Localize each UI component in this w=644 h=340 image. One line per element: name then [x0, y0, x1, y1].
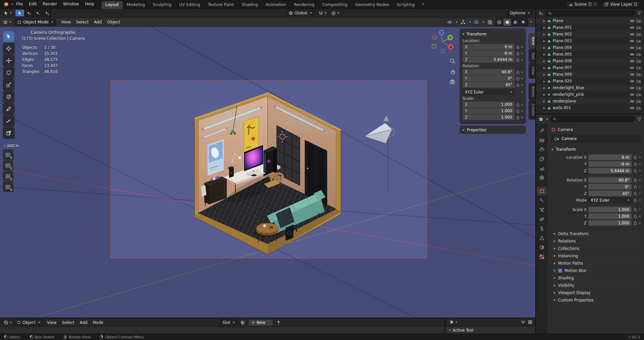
- lock-icon[interactable]: [633, 185, 637, 189]
- animate-dot-icon[interactable]: [639, 222, 641, 224]
- hide-viewport-eye-icon[interactable]: [630, 53, 635, 56]
- expand-icon[interactable]: ▶: [543, 40, 545, 43]
- select-mode-set[interactable]: [15, 10, 24, 16]
- snapping-magnet-icon[interactable]: ▼: [318, 10, 327, 16]
- workspace-tab[interactable]: Animation: [262, 1, 290, 9]
- properties-collapsed-panel[interactable]: ▶Properties: [460, 126, 526, 134]
- collapsed-panel[interactable]: ▶ Instancing: [551, 252, 641, 259]
- workspace-tab[interactable]: Sculpting: [149, 1, 175, 9]
- value-field[interactable]: 6 m▼: [588, 154, 632, 160]
- location-field-row[interactable]: Y-6 m: [463, 50, 523, 56]
- modifier-properties-tab[interactable]: [537, 196, 546, 205]
- lock-icon[interactable]: [516, 115, 520, 120]
- editor-options-icon[interactable]: [528, 320, 532, 324]
- workspace-tab[interactable]: Geometry Nodes: [351, 1, 393, 9]
- hide-viewport-eye-icon[interactable]: [630, 99, 635, 103]
- zoom-icon[interactable]: [449, 58, 455, 64]
- disable-render-camera-icon[interactable]: [636, 59, 641, 63]
- tool-cursor[interactable]: [3, 43, 14, 54]
- animate-dot-icon[interactable]: [521, 104, 523, 106]
- hide-viewport-eye-icon[interactable]: [630, 73, 635, 76]
- jarch-tool-button[interactable]: A: [3, 182, 13, 192]
- rotation-mode-dropdown[interactable]: XYZ Euler▼: [463, 89, 515, 95]
- animate-dot-icon[interactable]: [521, 110, 523, 112]
- pan-hand-icon[interactable]: [449, 69, 455, 75]
- shader-menu[interactable]: View: [44, 318, 59, 327]
- outliner-item[interactable]: ▶ Plane.004: [536, 44, 644, 51]
- animate-dot-icon[interactable]: [639, 179, 641, 181]
- options-dropdown[interactable]: Options▼: [507, 10, 533, 16]
- workspace-tab[interactable]: Scripting: [393, 1, 418, 9]
- value-field[interactable]: 5.6444 m▼: [588, 168, 632, 174]
- show-overlays-icon[interactable]: [472, 19, 480, 26]
- workspace-tab[interactable]: Shading: [237, 1, 262, 9]
- disable-render-camera-icon[interactable]: [636, 19, 641, 23]
- object-name-field[interactable]: Camera: [551, 135, 641, 142]
- hide-viewport-eye-icon[interactable]: [630, 46, 635, 50]
- workspace-tab[interactable]: Rendering: [290, 1, 318, 9]
- viewport-menu[interactable]: Object: [104, 18, 123, 26]
- hide-viewport-eye-icon[interactable]: [630, 39, 635, 43]
- outliner-item[interactable]: ▶ walls.001: [536, 105, 644, 111]
- tool-move[interactable]: [3, 55, 14, 66]
- expand-icon[interactable]: ▶: [543, 60, 545, 63]
- active-tool-panel-header[interactable]: ▼Active Tool: [445, 326, 535, 334]
- outliner-item[interactable]: ▶ Plane.003: [536, 38, 644, 44]
- lock-icon[interactable]: [516, 103, 520, 107]
- poster-blue[interactable]: [208, 140, 223, 175]
- topbar-menu[interactable]: File: [13, 0, 26, 8]
- collapsed-panel[interactable]: ▶ Shading: [551, 274, 641, 281]
- animate-dot-icon[interactable]: [521, 91, 523, 93]
- expand-icon[interactable]: ▶: [543, 26, 545, 29]
- particles-properties-tab[interactable]: [537, 205, 546, 214]
- world-properties-tab[interactable]: [537, 173, 546, 182]
- expand-icon[interactable]: ▶: [543, 46, 545, 49]
- unlink-scene-icon[interactable]: ×: [593, 2, 596, 6]
- expand-icon[interactable]: ▶: [543, 33, 545, 36]
- pc-tower[interactable]: [264, 146, 277, 176]
- viewport-menu[interactable]: View: [59, 18, 73, 26]
- outliner-item[interactable]: ▶ Plane.007: [536, 64, 644, 71]
- transform-panel-header[interactable]: ▼Transform: [551, 146, 641, 153]
- viewport-menu[interactable]: Select: [73, 18, 91, 26]
- hide-viewport-eye-icon[interactable]: [630, 93, 635, 96]
- jarch-tool-button[interactable]: A: [3, 160, 13, 171]
- sidebar-tab[interactable]: View: [529, 63, 535, 78]
- editor-type-shader-icon[interactable]: ▼: [3, 319, 13, 326]
- workspace-tab[interactable]: Compositing: [318, 1, 351, 9]
- collapsed-panel[interactable]: ▶ Collections: [551, 245, 641, 252]
- lock-icon[interactable]: [633, 191, 637, 196]
- value-field[interactable]: 45°▼: [588, 191, 632, 196]
- shader-type-dropdown[interactable]: Object▼: [14, 319, 43, 326]
- expand-icon[interactable]: ▶: [543, 107, 545, 110]
- outliner-item[interactable]: ▶ Plane.009: [536, 71, 644, 78]
- hide-viewport-eye-icon[interactable]: [630, 19, 635, 23]
- animate-dot-icon[interactable]: [639, 186, 641, 188]
- new-scene-icon[interactable]: [588, 2, 592, 6]
- outliner-item[interactable]: ▶ Plane.002: [536, 31, 644, 38]
- rotation-field-row[interactable]: X60.6°: [463, 69, 523, 75]
- hide-viewport-eye-icon[interactable]: [630, 66, 635, 70]
- scene-properties-tab[interactable]: [537, 164, 546, 173]
- shader-menu[interactable]: Node: [90, 318, 106, 327]
- value-field[interactable]: 1.000▼: [588, 220, 632, 226]
- filter-icon[interactable]: [637, 11, 641, 15]
- animate-dot-icon[interactable]: [639, 163, 641, 165]
- shader-menu[interactable]: Select: [59, 318, 77, 327]
- disable-render-camera-icon[interactable]: [636, 106, 641, 110]
- shading-wireframe-icon[interactable]: [495, 19, 503, 26]
- expand-icon[interactable]: ▶: [543, 93, 545, 96]
- disable-render-camera-icon[interactable]: [636, 93, 641, 96]
- topbar-menu[interactable]: Window: [60, 0, 82, 8]
- view-layer-selector[interactable]: View Layer: [602, 1, 640, 8]
- physics-properties-tab[interactable]: [537, 215, 546, 223]
- animate-dot-icon[interactable]: [521, 84, 523, 86]
- editor-type-outliner-icon[interactable]: [539, 11, 543, 15]
- topbar-menu[interactable]: Edit: [26, 0, 40, 8]
- disable-render-camera-icon[interactable]: [636, 66, 641, 70]
- hide-viewport-eye-icon[interactable]: [630, 59, 635, 63]
- value-field[interactable]: -6 m▼: [588, 161, 632, 167]
- new-material-button[interactable]: +New: [248, 319, 273, 326]
- panel-checkbox[interactable]: [558, 269, 562, 273]
- select-mode-intersect[interactable]: [43, 10, 52, 16]
